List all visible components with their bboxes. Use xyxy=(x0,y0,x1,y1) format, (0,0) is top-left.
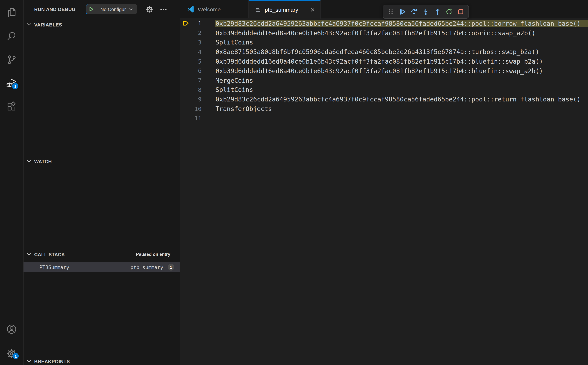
code-line[interactable]: 90xb29d83c26cdd2a64959263abbcfc4a6937f0c… xyxy=(180,95,588,104)
ellipsis-icon xyxy=(160,6,167,13)
code-line[interactable]: 40x8ae871505a80d8bf6bf9c05906cda6edfeea4… xyxy=(180,47,588,57)
line-number[interactable]: 3 xyxy=(180,39,202,46)
step-over-icon xyxy=(411,8,418,15)
code-text[interactable]: SplitCoins xyxy=(215,39,588,46)
code-line[interactable]: 7MergeCoins xyxy=(180,76,588,85)
sidebar-item-extensions[interactable] xyxy=(0,98,23,115)
continue-button[interactable] xyxy=(397,7,408,17)
variables-section-header[interactable]: VARIABLES xyxy=(23,18,180,31)
code-text[interactable]: 0xb39d6dddedd16ed8a40ce0b1e6b43c92acf0ff… xyxy=(215,67,588,75)
sidebar-item-source-control[interactable] xyxy=(0,51,23,68)
line-number[interactable]: 10 xyxy=(180,105,202,112)
code-line[interactable]: 10TransferObjects xyxy=(180,104,588,114)
settings-button[interactable] xyxy=(0,345,23,362)
drag-grip-icon xyxy=(388,8,394,15)
tab-label: Welcome xyxy=(198,6,221,12)
code-text[interactable]: SplitCoins xyxy=(215,86,588,94)
restart-icon xyxy=(446,8,453,15)
step-over-button[interactable] xyxy=(409,7,419,17)
close-icon xyxy=(310,7,315,12)
sidebar-item-run-and-debug[interactable] xyxy=(0,74,23,92)
restart-button[interactable] xyxy=(444,7,454,17)
vscode-window: 1 1 RUN AND DEBUG No xyxy=(0,0,588,365)
line-number[interactable]: 9 xyxy=(180,96,202,103)
code-line[interactable]: 20xb39d6dddedd16ed8a40ce0b1e6b43c92acf0f… xyxy=(180,28,588,38)
line-number[interactable]: 4 xyxy=(180,49,202,56)
start-debugging-button[interactable] xyxy=(86,4,96,14)
accounts-button[interactable] xyxy=(0,320,23,338)
code-line[interactable]: 8SplitCoins xyxy=(180,85,588,95)
launch-control: No Configur xyxy=(86,4,137,14)
chevron-down-icon xyxy=(27,253,31,256)
more-actions-button[interactable] xyxy=(159,5,167,13)
code-line[interactable]: 3SplitCoins xyxy=(180,38,588,47)
sidebar-item-explorer[interactable] xyxy=(0,3,23,21)
line-number[interactable]: 5 xyxy=(180,58,202,65)
call-stack-section-label: CALL STACK xyxy=(34,252,65,257)
code-text[interactable]: 0xb39d6dddedd16ed8a40ce0b1e6b43c92acf0ff… xyxy=(215,29,588,37)
tab-ptb-summary[interactable]: ptb_summary xyxy=(248,0,321,19)
frame-name: PTBSummary xyxy=(39,264,130,270)
watch-section-header[interactable]: WATCH xyxy=(23,155,180,168)
toolbar-drag-handle[interactable] xyxy=(386,7,396,17)
code-text[interactable]: TransferObjects xyxy=(215,105,588,112)
breakpoints-section-header[interactable]: BREAKPOINTS xyxy=(23,355,180,365)
chevron-down-icon xyxy=(129,8,133,10)
breakpoints-section-label: BREAKPOINTS xyxy=(34,358,70,364)
code-text[interactable]: MergeCoins xyxy=(215,77,588,84)
close-tab-button[interactable] xyxy=(309,7,316,13)
call-stack-section-header[interactable]: CALL STACK Paused on entry xyxy=(23,248,180,261)
continue-icon xyxy=(399,8,406,15)
step-out-icon xyxy=(434,8,441,15)
chevron-down-icon xyxy=(27,160,31,163)
breakpoints-section: BREAKPOINTS xyxy=(23,355,180,365)
stop-icon xyxy=(457,8,464,15)
code-text[interactable]: 0xb39d6dddedd16ed8a40ce0b1e6b43c92acf0ff… xyxy=(215,58,588,65)
sidebar-title: RUN AND DEBUG xyxy=(34,7,76,12)
activity-bar: 1 1 xyxy=(0,0,23,365)
step-into-button[interactable] xyxy=(421,7,431,17)
step-into-icon xyxy=(423,8,429,15)
code-line[interactable]: 60xb39d6dddedd16ed8a40ce0b1e6b43c92acf0f… xyxy=(180,66,588,76)
debug-badge: 1 xyxy=(12,83,18,89)
code-line[interactable]: 50xb39d6dddedd16ed8a40ce0b1e6b43c92acf0f… xyxy=(180,56,588,66)
files-icon xyxy=(6,7,17,17)
debug-configuration-label: No Configur xyxy=(100,7,126,12)
line-number[interactable]: 11 xyxy=(180,115,202,122)
extensions-icon xyxy=(6,101,17,112)
line-number[interactable]: 8 xyxy=(180,86,202,93)
list-icon xyxy=(255,7,262,13)
call-stack-frame[interactable]: PTBSummary ptb_summary 1 xyxy=(23,262,180,272)
line-number[interactable]: 7 xyxy=(180,77,202,84)
line-number[interactable]: 6 xyxy=(180,67,202,74)
code-line[interactable]: 10xb29d83c26cdd2a64959263abbcfc4a6937f0c… xyxy=(180,19,588,28)
stop-button[interactable] xyxy=(456,7,466,17)
chevron-down-icon xyxy=(27,23,31,26)
watch-section: WATCH xyxy=(23,155,180,248)
gear-icon xyxy=(146,6,153,13)
chevron-down-icon xyxy=(27,360,31,363)
code-text[interactable]: 0x8ae871505a80d8bf6bf9c05906cda6edfeea46… xyxy=(215,48,588,56)
search-icon xyxy=(6,31,17,41)
code-line[interactable]: 11 xyxy=(180,114,588,123)
tab-label: ptb_summary xyxy=(265,7,298,13)
settings-badge: 1 xyxy=(13,353,19,359)
code-text[interactable]: 0xb29d83c26cdd2a64959263abbcfc4a6937f0c9… xyxy=(215,96,588,103)
debug-status-text: Paused on entry xyxy=(136,252,170,257)
call-stack-section: CALL STACK Paused on entry PTBSummary pt… xyxy=(23,248,180,355)
account-icon xyxy=(6,324,17,334)
code-lines: 10xb29d83c26cdd2a64959263abbcfc4a6937f0c… xyxy=(180,19,588,123)
vscode-logo-icon xyxy=(187,6,195,13)
tab-welcome[interactable]: Welcome xyxy=(180,0,248,18)
step-out-button[interactable] xyxy=(432,7,443,17)
current-line-arrow-icon xyxy=(183,21,189,26)
sidebar-item-search[interactable] xyxy=(0,27,23,45)
play-icon xyxy=(89,7,94,12)
debug-settings-button[interactable] xyxy=(145,5,153,13)
editor-area: Welcome ptb_summary xyxy=(180,0,588,365)
debug-configuration-select[interactable]: No Configur xyxy=(96,4,137,14)
frame-file: ptb_summary xyxy=(130,264,163,270)
code-text[interactable]: 0xb29d83c26cdd2a64959263abbcfc4a6937f0c9… xyxy=(215,20,588,27)
line-number[interactable]: 2 xyxy=(180,29,202,36)
frame-badge: 1 xyxy=(168,264,174,271)
